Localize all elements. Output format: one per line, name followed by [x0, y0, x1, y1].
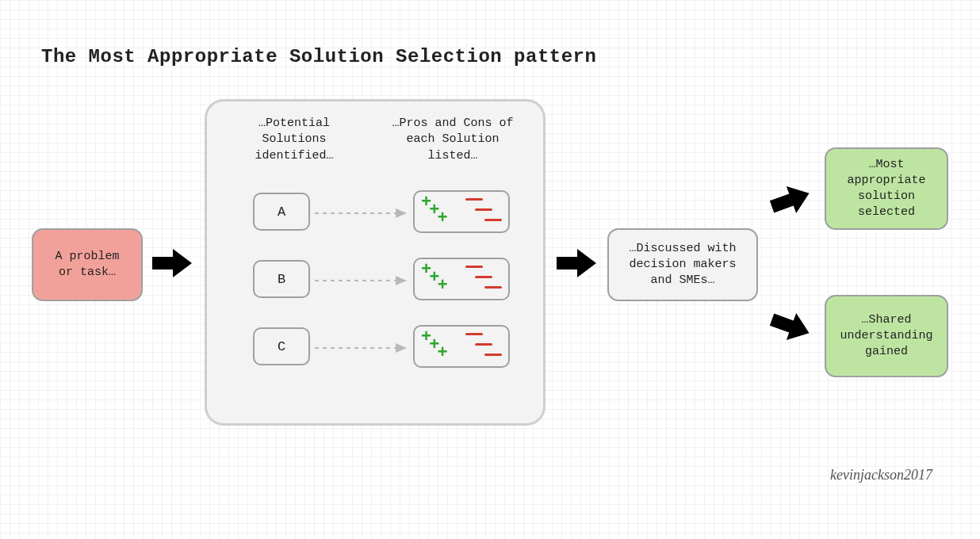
minus-icon [484, 354, 502, 356]
solutions-panel: …Potential Solutions identified… …Pros a… [205, 99, 546, 426]
minus-icon [465, 333, 483, 335]
pros-cons-c-box: + + + [413, 325, 510, 368]
arrow-icon [769, 181, 813, 219]
output-understanding-box: …Shared understanding gained [825, 295, 948, 377]
dash-arrow-icon [315, 208, 408, 219]
minus-icon [465, 266, 483, 268]
pros-cons-a-box: + + + [413, 190, 510, 233]
minus-icon [475, 276, 492, 278]
output-solution-box: …Most appropriate solution selected [825, 147, 948, 230]
credit-text: kevinjackson2017 [830, 467, 932, 484]
arrow-icon [151, 247, 195, 279]
col1-label: …Potential Solutions identified… [231, 116, 358, 164]
minus-icon [465, 198, 483, 201]
minus-icon [475, 343, 492, 346]
arrow-icon [555, 247, 599, 279]
solution-c-box: C [253, 327, 310, 365]
pros-cons-b-box: + + + [413, 258, 510, 300]
diagram-title: The Most Appropriate Solution Selection … [41, 46, 596, 67]
solution-a-box: A [253, 193, 310, 231]
minus-icon [484, 286, 502, 289]
minus-icon [475, 208, 492, 211]
plus-icon: + [437, 280, 447, 292]
dash-arrow-icon [315, 342, 408, 354]
minus-icon [484, 219, 502, 221]
discussed-box: …Discussed with decision makers and SMEs… [607, 228, 758, 301]
plus-icon: + [437, 347, 447, 359]
col2-label: …Pros and Cons of each Solution listed… [389, 116, 516, 164]
plus-icon: + [437, 212, 447, 224]
arrow-icon [769, 308, 813, 346]
dash-arrow-icon [315, 275, 408, 286]
problem-box: A problem or task… [32, 228, 143, 301]
solution-b-box: B [253, 260, 310, 298]
